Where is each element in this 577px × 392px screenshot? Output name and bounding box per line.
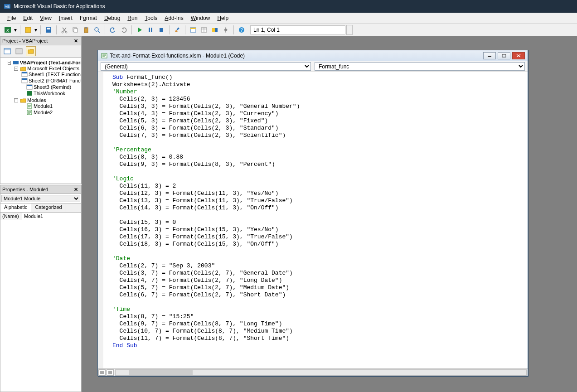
tab-alphabetic[interactable]: Alphabetic [0, 203, 31, 212]
properties-panel-close-button[interactable]: ✕ [72, 186, 79, 193]
tree-module-item[interactable]: Module1 [20, 103, 80, 109]
redo-button[interactable] [119, 25, 129, 35]
code-editor[interactable]: Sub Format_func() Worksheets(2).Activate… [98, 72, 528, 368]
toolbox-button[interactable] [221, 25, 231, 35]
help-button[interactable]: ? [237, 25, 247, 35]
svg-rect-44 [502, 54, 506, 57]
tree-modules-label: Modules [27, 97, 46, 103]
svg-rect-20 [190, 28, 196, 29]
copy-button[interactable] [70, 25, 80, 35]
view-excel-button[interactable]: X [3, 25, 13, 35]
code-window: Text-and-Format-Excel-functions.xlsm - M… [97, 50, 528, 376]
svg-rect-39 [27, 91, 32, 96]
cut-button[interactable] [59, 25, 69, 35]
object-browser-button[interactable] [210, 25, 220, 35]
separator [233, 25, 234, 34]
menu-file[interactable]: File [4, 14, 19, 22]
dropdown-icon[interactable]: ▾ [34, 25, 38, 35]
menu-addins[interactable]: Add-Ins [161, 14, 187, 22]
tree-sheet-item[interactable]: ThisWorkbook [20, 91, 80, 96]
properties-object-selector[interactable]: Module1 Module [1, 195, 80, 202]
minimize-button[interactable] [483, 52, 496, 59]
tree-excel-objects[interactable]: −Microsoft Excel Objects [14, 66, 80, 71]
properties-window-button[interactable] [199, 25, 209, 35]
tree-item-label: Module2 [34, 110, 53, 115]
standard-toolbar: X ▾ ▾ ? Ln 1, Col 1 [0, 24, 577, 36]
procedure-view-button[interactable] [98, 369, 106, 376]
menu-edit[interactable]: Edit [19, 14, 36, 22]
svg-rect-25 [215, 28, 218, 32]
save-button[interactable] [44, 25, 53, 35]
project-panel-title: Project - VBAProject [2, 38, 48, 44]
svg-point-13 [95, 28, 98, 31]
svg-rect-18 [176, 27, 179, 30]
run-button[interactable] [135, 25, 145, 35]
svg-text:?: ? [240, 28, 243, 33]
toolbar-overflow[interactable] [346, 25, 353, 35]
left-panels: Project - VBAProject ✕ −VBAProject (Text… [0, 36, 82, 392]
code-window-footer [98, 368, 528, 376]
paste-button[interactable] [81, 25, 91, 35]
menu-insert[interactable]: Insert [55, 14, 76, 22]
find-button[interactable] [92, 25, 102, 35]
tree-modules-folder[interactable]: −Modules [14, 97, 80, 103]
tree-root-label: VBAProject (Text-and-Format-Excel-functi… [20, 60, 82, 65]
properties-object-selector-wrap: Module1 Module [0, 194, 82, 203]
tree-sheet-item[interactable]: Sheet2 (FORMAT Function) [20, 78, 80, 83]
separator [169, 25, 170, 34]
view-object-button[interactable] [14, 46, 24, 56]
property-row[interactable]: (Name) Module1 [0, 213, 81, 220]
object-dropdown[interactable]: (General) [101, 62, 311, 71]
design-mode-button[interactable] [172, 25, 182, 35]
maximize-button[interactable] [498, 52, 510, 59]
reset-button[interactable] [156, 25, 166, 35]
toggle-folders-button[interactable] [26, 46, 36, 56]
mdi-area: Text-and-Format-Excel-functions.xlsm - M… [82, 36, 577, 392]
project-tree[interactable]: −VBAProject (Text-and-Format-Excel-funct… [0, 57, 82, 184]
break-button[interactable] [145, 25, 155, 35]
svg-rect-24 [212, 28, 215, 32]
menu-run[interactable]: Run [124, 14, 141, 22]
full-module-view-button[interactable] [107, 369, 114, 376]
project-explorer-button[interactable] [188, 25, 198, 35]
tab-categorized[interactable]: Categorized [31, 203, 66, 212]
procedure-dropdown[interactable]: Format_func [315, 62, 525, 71]
app-title: Microsoft Visual Basic for Applications [14, 3, 105, 10]
svg-rect-31 [16, 48, 22, 54]
menu-view[interactable]: View [36, 14, 55, 22]
menu-debug[interactable]: Debug [101, 14, 124, 22]
menu-window[interactable]: Window [187, 14, 214, 22]
menu-help[interactable]: Help [213, 14, 232, 22]
menu-format[interactable]: Format [76, 14, 101, 22]
dropdown-icon[interactable]: ▾ [14, 25, 17, 35]
tree-item-label: ThisWorkbook [34, 91, 65, 96]
tree-root[interactable]: −VBAProject (Text-and-Format-Excel-funct… [8, 60, 80, 65]
code-window-title: Text-and-Format-Excel-functions.xlsm - M… [110, 53, 245, 59]
svg-rect-12 [85, 27, 87, 29]
insert-button[interactable] [23, 25, 33, 35]
tree-module-item[interactable]: Module2 [20, 110, 80, 115]
tree-item-label: Module1 [34, 103, 53, 109]
svg-text:X: X [6, 28, 9, 33]
properties-tabs: Alphabetic Categorized [0, 203, 82, 213]
svg-text:VB: VB [5, 5, 10, 9]
property-value[interactable]: Module1 [22, 213, 45, 220]
close-button[interactable] [512, 52, 525, 59]
svg-rect-36 [22, 78, 27, 80]
undo-button[interactable] [108, 25, 118, 35]
svg-rect-29 [4, 48, 10, 54]
view-code-button[interactable] [2, 46, 12, 56]
properties-grid[interactable]: (Name) Module1 [0, 213, 82, 392]
code-window-title-bar[interactable]: Text-and-Format-Excel-functions.xlsm - M… [98, 50, 528, 61]
horizontal-scrollbar[interactable] [115, 369, 527, 376]
menu-tools[interactable]: Tools [141, 14, 161, 22]
tree-sheet-item[interactable]: Sheet3 (Remind) [20, 84, 80, 90]
tree-sheet-item[interactable]: Sheet1 (TEXT Functions) [20, 72, 80, 77]
svg-rect-10 [74, 29, 78, 32]
app-icon: VB [4, 3, 11, 10]
project-panel-close-button[interactable]: ✕ [72, 37, 79, 44]
tree-item-label: Sheet3 (Remind) [34, 84, 71, 90]
svg-rect-34 [22, 72, 27, 73]
tree-item-label: Sheet1 (TEXT Functions) [29, 72, 82, 77]
svg-rect-17 [160, 28, 163, 32]
